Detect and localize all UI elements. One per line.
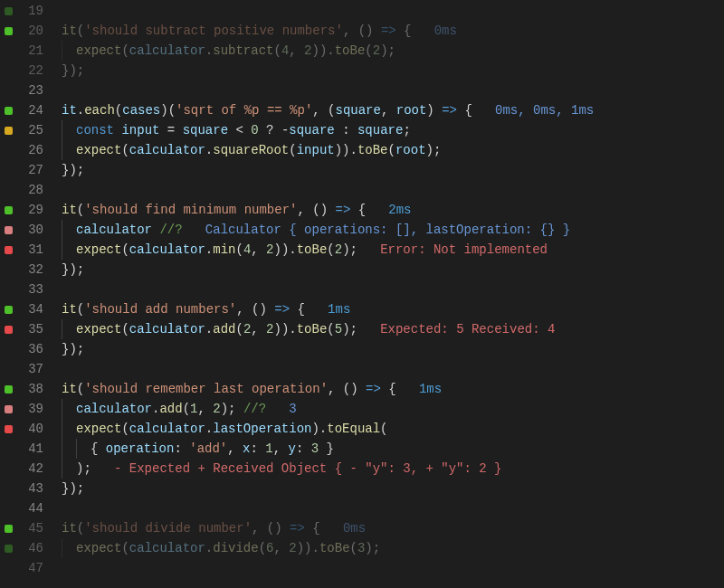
code-content[interactable]: expect(calculator.divide(6, 2)).toBe(3); (45, 538, 380, 558)
code-token: , () (297, 203, 335, 217)
code-content[interactable]: }); (45, 61, 84, 81)
status-dot-icon (5, 67, 13, 75)
code-line[interactable]: 37 (0, 359, 724, 379)
line-number: 46 (16, 538, 45, 558)
code-line[interactable]: 36}); (0, 339, 724, 359)
test-status-marker (0, 538, 16, 558)
code-line[interactable]: 34it('should add numbers', () => { 1ms (0, 299, 724, 319)
code-token: 5 (335, 322, 342, 337)
code-token: calculator (129, 541, 205, 555)
code-token: 2ms (388, 203, 411, 217)
code-line[interactable]: 27}); (0, 160, 724, 180)
code-line[interactable]: 44 (0, 498, 724, 518)
code-line[interactable]: 43}); (0, 479, 724, 498)
line-number: 42 (16, 459, 45, 479)
status-dot-icon (5, 286, 13, 294)
code-content[interactable]: }); (45, 160, 84, 180)
line-number: 40 (16, 419, 45, 439)
line-number: 35 (16, 319, 45, 339)
code-content[interactable]: { operation: 'add', x: 1, y: 3 } (45, 439, 334, 459)
code-content[interactable]: calculator.add(1, 2); //? 3 (45, 399, 297, 419)
indent-guide (62, 459, 62, 479)
code-line[interactable]: 45it('should divide number', () => { 0ms (0, 518, 724, 538)
code-line[interactable]: 41{ operation: 'add', x: 1, y: 3 } (0, 439, 724, 459)
line-number: 20 (16, 21, 45, 41)
test-status-marker (0, 140, 16, 160)
code-token: add (159, 402, 182, 416)
status-dot-icon (5, 545, 13, 553)
code-token: 'should add numbers' (84, 302, 236, 317)
code-content[interactable]: expect(calculator.squareRoot(input)).toB… (45, 140, 441, 160)
line-number: 27 (16, 160, 45, 180)
code-token: 'should remember last operation' (84, 382, 328, 396)
code-line[interactable]: 25const input = square < 0 ? -square : s… (0, 120, 724, 140)
code-line[interactable]: 39calculator.add(1, 2); //? 3 (0, 399, 724, 419)
code-line[interactable]: 40expect(calculator.lastOperation).toEqu… (0, 419, 724, 439)
code-line[interactable]: 24it.each(cases)('sqrt of %p == %p', (sq… (0, 100, 724, 120)
code-content[interactable]: expect(calculator.lastOperation).toEqual… (45, 419, 388, 439)
code-line[interactable]: 19 (0, 1, 724, 21)
status-dot-icon (5, 564, 13, 573)
code-line[interactable]: 32}); (0, 260, 724, 280)
code-line[interactable]: 47 (0, 558, 724, 578)
code-line[interactable]: 29it('should find minimum number', () =>… (0, 200, 724, 220)
code-content[interactable]: expect(calculator.subtract(4, 2)).toBe(2… (45, 41, 395, 61)
code-token: ( (121, 43, 129, 58)
code-token: Calculator { operations: [], lastOperati… (205, 223, 570, 237)
test-status-marker (0, 21, 16, 41)
code-token: 1 (265, 441, 272, 456)
code-line[interactable]: 23 (0, 81, 724, 100)
code-content[interactable]: }); (45, 339, 84, 359)
code-token: )). (274, 322, 297, 337)
code-line[interactable]: 31expect(calculator.min(4, 2)).toBe(2); … (0, 240, 724, 260)
code-content[interactable]: const input = square < 0 ? -square : squ… (45, 120, 411, 140)
status-dot-icon (5, 266, 13, 274)
test-status-marker (0, 498, 16, 518)
code-token: . (205, 242, 213, 257)
code-token: 2 (266, 242, 273, 257)
code-content[interactable]: expect(calculator.min(4, 2)).toBe(2); Er… (45, 240, 548, 260)
code-content[interactable]: it('should subtract positive numbers', (… (45, 21, 457, 41)
code-content[interactable]: it('should divide number', () => { 0ms (45, 518, 366, 538)
code-line[interactable]: 21expect(calculator.subtract(4, 2)).toBe… (0, 41, 724, 61)
code-line[interactable]: 30calculator //? Calculator { operations… (0, 220, 724, 240)
test-status-marker (0, 359, 16, 379)
code-line[interactable]: 22}); (0, 61, 724, 81)
test-status-marker (0, 558, 16, 578)
code-token: expect (76, 322, 121, 337)
status-dot-icon (5, 405, 13, 413)
code-token: 1ms (328, 302, 350, 317)
code-editor[interactable]: 1920it('should subtract positive numbers… (0, 0, 724, 588)
code-token: square (357, 123, 403, 138)
code-line[interactable]: 26expect(calculator.squareRoot(input)).t… (0, 140, 724, 160)
code-token (183, 223, 205, 237)
indent-guide (62, 220, 62, 240)
code-token (266, 402, 289, 416)
line-number: 47 (16, 558, 45, 578)
code-token: toBe (319, 541, 350, 555)
line-number: 32 (16, 260, 45, 280)
code-line[interactable]: 38it('should remember last operation', (… (0, 379, 724, 399)
code-line[interactable]: 33 (0, 280, 724, 299)
code-content[interactable]: expect(calculator.add(2, 2)).toBe(5); Ex… (45, 319, 555, 339)
code-content[interactable]: it.each(cases)('sqrt of %p == %p', (squa… (45, 100, 594, 120)
code-line[interactable]: 46expect(calculator.divide(6, 2)).toBe(3… (0, 538, 724, 558)
code-line[interactable]: 35expect(calculator.add(2, 2)).toBe(5); … (0, 319, 724, 339)
code-content[interactable]: }); (45, 260, 84, 280)
code-line[interactable]: 20it('should subtract positive numbers',… (0, 21, 724, 41)
code-token: it (62, 24, 77, 38)
code-content[interactable]: it('should add numbers', () => { 1ms (45, 299, 350, 319)
status-dot-icon (5, 485, 13, 493)
code-content[interactable]: calculator //? Calculator { operations: … (45, 220, 570, 240)
code-content[interactable]: ); - Expected + Received Object { - "y":… (45, 459, 502, 479)
code-content[interactable]: it('should remember last operation', () … (45, 379, 442, 399)
code-token: ( (259, 541, 266, 555)
code-line[interactable]: 28 (0, 180, 724, 200)
code-content[interactable]: }); (45, 479, 84, 498)
indent-guide (62, 439, 62, 459)
code-token: , (381, 103, 396, 118)
code-content[interactable]: it('should find minimum number', () => {… (45, 200, 412, 220)
code-token: divide (213, 541, 258, 555)
code-line[interactable]: 42); - Expected + Received Object { - "y… (0, 459, 724, 479)
code-token: }); (62, 63, 84, 78)
